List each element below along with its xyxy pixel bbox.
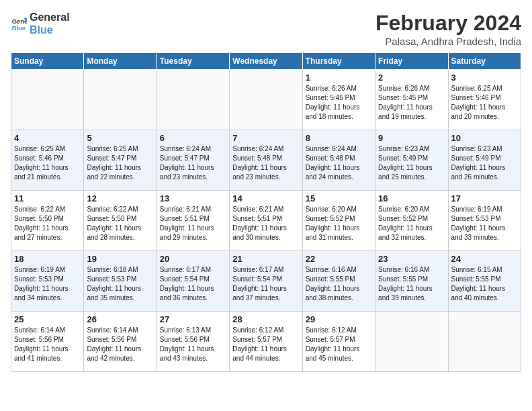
day-info: Sunrise: 6:24 AM Sunset: 5:48 PM Dayligh… xyxy=(306,144,372,182)
day-number: 6 xyxy=(160,133,226,143)
day-info: Sunrise: 6:22 AM Sunset: 5:50 PM Dayligh… xyxy=(87,205,153,242)
day-number: 19 xyxy=(87,254,153,264)
svg-text:Blue: Blue xyxy=(12,24,26,32)
day-number: 16 xyxy=(378,193,445,203)
calendar-cell: 14Sunrise: 6:21 AM Sunset: 5:51 PM Dayli… xyxy=(230,191,302,251)
day-number: 14 xyxy=(232,193,299,203)
day-info: Sunrise: 6:25 AM Sunset: 5:46 PM Dayligh… xyxy=(451,84,518,122)
calendar-cell xyxy=(375,312,448,372)
calendar-cell xyxy=(157,70,229,130)
day-info: Sunrise: 6:16 AM Sunset: 5:55 PM Dayligh… xyxy=(306,265,372,303)
calendar-week-row: 4Sunrise: 6:25 AM Sunset: 5:46 PM Daylig… xyxy=(11,130,521,191)
day-number: 11 xyxy=(14,193,81,203)
weekday-header: Tuesday xyxy=(157,53,229,70)
logo-general: General xyxy=(30,11,70,24)
day-info: Sunrise: 6:12 AM Sunset: 5:57 PM Dayligh… xyxy=(306,326,372,363)
calendar-cell: 26Sunrise: 6:14 AM Sunset: 5:56 PM Dayli… xyxy=(84,312,157,372)
day-info: Sunrise: 6:14 AM Sunset: 5:56 PM Dayligh… xyxy=(87,326,153,363)
day-info: Sunrise: 6:20 AM Sunset: 5:52 PM Dayligh… xyxy=(306,205,372,242)
calendar-cell: 10Sunrise: 6:23 AM Sunset: 5:49 PM Dayli… xyxy=(448,130,521,191)
day-number: 29 xyxy=(306,314,372,324)
day-info: Sunrise: 6:25 AM Sunset: 5:46 PM Dayligh… xyxy=(14,144,81,182)
calendar-cell: 27Sunrise: 6:13 AM Sunset: 5:56 PM Dayli… xyxy=(157,312,229,372)
calendar-cell: 3Sunrise: 6:25 AM Sunset: 5:46 PM Daylig… xyxy=(448,70,521,130)
day-info: Sunrise: 6:25 AM Sunset: 5:47 PM Dayligh… xyxy=(87,144,153,182)
weekday-header: Saturday xyxy=(448,53,521,70)
day-info: Sunrise: 6:12 AM Sunset: 5:57 PM Dayligh… xyxy=(232,326,299,363)
day-number: 28 xyxy=(232,314,299,324)
calendar-cell: 9Sunrise: 6:23 AM Sunset: 5:49 PM Daylig… xyxy=(375,130,448,191)
calendar-cell: 7Sunrise: 6:24 AM Sunset: 5:48 PM Daylig… xyxy=(230,130,302,191)
title-block: February 2024 Palasa, Andhra Pradesh, In… xyxy=(375,11,521,47)
calendar-cell: 8Sunrise: 6:24 AM Sunset: 5:48 PM Daylig… xyxy=(302,130,375,191)
day-number: 26 xyxy=(87,314,153,324)
day-info: Sunrise: 6:18 AM Sunset: 5:53 PM Dayligh… xyxy=(87,265,153,303)
day-number: 13 xyxy=(160,193,226,203)
calendar-week-row: 25Sunrise: 6:14 AM Sunset: 5:56 PM Dayli… xyxy=(11,312,521,372)
day-number: 27 xyxy=(160,314,226,324)
day-info: Sunrise: 6:19 AM Sunset: 5:53 PM Dayligh… xyxy=(14,265,81,303)
day-info: Sunrise: 6:26 AM Sunset: 5:45 PM Dayligh… xyxy=(306,84,372,122)
day-number: 7 xyxy=(232,133,299,143)
weekday-header: Wednesday xyxy=(230,53,302,70)
day-info: Sunrise: 6:19 AM Sunset: 5:53 PM Dayligh… xyxy=(451,205,518,242)
day-info: Sunrise: 6:23 AM Sunset: 5:49 PM Dayligh… xyxy=(378,144,445,182)
calendar-cell: 16Sunrise: 6:20 AM Sunset: 5:52 PM Dayli… xyxy=(375,191,448,251)
day-info: Sunrise: 6:22 AM Sunset: 5:50 PM Dayligh… xyxy=(14,205,81,242)
day-number: 18 xyxy=(14,254,81,264)
day-number: 15 xyxy=(306,193,372,203)
calendar-cell: 21Sunrise: 6:17 AM Sunset: 5:54 PM Dayli… xyxy=(230,251,302,312)
day-number: 17 xyxy=(451,193,518,203)
day-number: 22 xyxy=(306,254,372,264)
calendar-cell: 1Sunrise: 6:26 AM Sunset: 5:45 PM Daylig… xyxy=(302,70,375,130)
logo: General Blue General Blue xyxy=(11,11,70,36)
calendar-cell: 12Sunrise: 6:22 AM Sunset: 5:50 PM Dayli… xyxy=(84,191,157,251)
day-info: Sunrise: 6:17 AM Sunset: 5:54 PM Dayligh… xyxy=(160,265,226,303)
calendar-cell: 6Sunrise: 6:24 AM Sunset: 5:47 PM Daylig… xyxy=(157,130,229,191)
calendar-cell: 23Sunrise: 6:16 AM Sunset: 5:55 PM Dayli… xyxy=(375,251,448,312)
calendar-week-row: 11Sunrise: 6:22 AM Sunset: 5:50 PM Dayli… xyxy=(11,191,521,251)
day-number: 1 xyxy=(306,73,372,83)
day-info: Sunrise: 6:16 AM Sunset: 5:55 PM Dayligh… xyxy=(378,265,445,303)
calendar-cell: 2Sunrise: 6:26 AM Sunset: 5:45 PM Daylig… xyxy=(375,70,448,130)
calendar-cell: 5Sunrise: 6:25 AM Sunset: 5:47 PM Daylig… xyxy=(84,130,157,191)
day-number: 4 xyxy=(14,133,81,143)
day-number: 20 xyxy=(160,254,226,264)
day-number: 8 xyxy=(306,133,372,143)
day-info: Sunrise: 6:21 AM Sunset: 5:51 PM Dayligh… xyxy=(160,205,226,242)
day-info: Sunrise: 6:20 AM Sunset: 5:52 PM Dayligh… xyxy=(378,205,445,242)
day-info: Sunrise: 6:15 AM Sunset: 5:55 PM Dayligh… xyxy=(451,265,518,303)
weekday-header: Sunday xyxy=(11,53,84,70)
calendar-cell xyxy=(11,70,84,130)
calendar-cell: 29Sunrise: 6:12 AM Sunset: 5:57 PM Dayli… xyxy=(302,312,375,372)
day-number: 5 xyxy=(87,133,153,143)
location-text: Palasa, Andhra Pradesh, India xyxy=(375,36,521,47)
day-info: Sunrise: 6:23 AM Sunset: 5:49 PM Dayligh… xyxy=(451,144,518,182)
calendar-cell: 20Sunrise: 6:17 AM Sunset: 5:54 PM Dayli… xyxy=(157,251,229,312)
day-number: 9 xyxy=(378,133,445,143)
weekday-header: Monday xyxy=(84,53,157,70)
calendar-week-row: 18Sunrise: 6:19 AM Sunset: 5:53 PM Dayli… xyxy=(11,251,521,312)
weekday-header: Friday xyxy=(375,53,448,70)
day-info: Sunrise: 6:26 AM Sunset: 5:45 PM Dayligh… xyxy=(378,84,445,122)
logo-blue: Blue xyxy=(30,24,70,36)
weekday-header-row: SundayMondayTuesdayWednesdayThursdayFrid… xyxy=(11,53,521,70)
day-number: 21 xyxy=(232,254,299,264)
calendar-cell: 18Sunrise: 6:19 AM Sunset: 5:53 PM Dayli… xyxy=(11,251,84,312)
calendar-cell: 11Sunrise: 6:22 AM Sunset: 5:50 PM Dayli… xyxy=(11,191,84,251)
weekday-header: Thursday xyxy=(302,53,375,70)
calendar-cell: 25Sunrise: 6:14 AM Sunset: 5:56 PM Dayli… xyxy=(11,312,84,372)
day-number: 25 xyxy=(14,314,81,324)
page-header: General Blue General Blue February 2024 … xyxy=(11,11,521,47)
day-info: Sunrise: 6:14 AM Sunset: 5:56 PM Dayligh… xyxy=(14,326,81,363)
calendar-cell xyxy=(448,312,521,372)
day-number: 3 xyxy=(451,73,518,83)
day-info: Sunrise: 6:24 AM Sunset: 5:48 PM Dayligh… xyxy=(232,144,299,182)
month-title: February 2024 xyxy=(375,11,521,36)
logo-icon: General Blue xyxy=(11,15,27,32)
calendar-table: SundayMondayTuesdayWednesdayThursdayFrid… xyxy=(11,52,521,372)
day-number: 2 xyxy=(378,73,445,83)
day-info: Sunrise: 6:13 AM Sunset: 5:56 PM Dayligh… xyxy=(160,326,226,363)
day-number: 12 xyxy=(87,193,153,203)
calendar-cell: 4Sunrise: 6:25 AM Sunset: 5:46 PM Daylig… xyxy=(11,130,84,191)
